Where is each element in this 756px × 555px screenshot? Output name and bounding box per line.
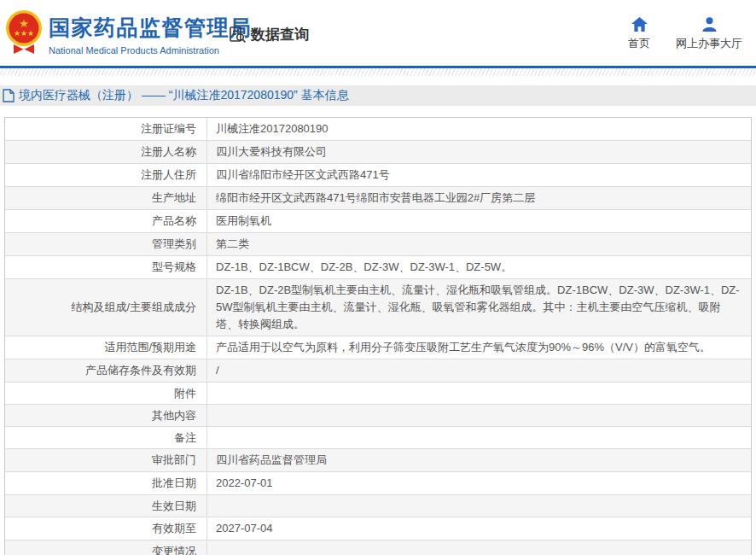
table-row: 生效日期 [5,495,751,517]
table-row: 注册证编号川械注准20172080190 [5,118,751,141]
row-value: 2022-07-01 [207,472,751,494]
nav-online-hall-label: 网上办事大厅 [676,36,742,51]
site-title-block: 国家药品监督管理局 National Medical Products Admi… [49,14,253,56]
breadcrumb-text: 境内医疗器械（注册） —— “川械注准20172080190” 基本信息 [19,88,349,103]
table-row: 产品名称医用制氧机 [5,210,751,233]
row-value: / [207,359,751,382]
svg-text:★★★: ★★★ [14,29,34,38]
table-row: 批准日期2022-07-01 [5,472,751,495]
table-row: 其他内容 [5,405,751,427]
hatch-strip [0,68,756,76]
row-value [207,495,751,517]
registration-info-table: 注册证编号川械注准20172080190注册人名称四川大爱科技有限公司注册人住所… [4,117,752,555]
row-value: 第二类 [207,233,751,255]
table-row: 变更情况 [5,540,751,555]
row-label: 审批部门 [5,449,207,471]
spacer [0,76,756,85]
row-value: 川械注准20172080190 [207,118,751,140]
table-row: 附件 [5,383,751,405]
document-search-icon [229,26,247,44]
row-value: 四川大爱科技有限公司 [207,141,751,163]
row-label: 适用范围/预期用途 [5,336,207,359]
table-row: 结构及组成/主要组成成分DZ-1B、DZ-2B型制氧机主要由主机、流量计、湿化瓶… [5,279,751,336]
nav-home-label: 首页 [628,36,650,51]
table-row: 管理类别第二类 [5,233,751,256]
row-label: 结构及组成/主要组成成分 [5,279,207,336]
row-value: DZ-1B、DZ-1BCW、DZ-2B、DZ-3W、DZ-3W-1、DZ-5W。 [207,256,751,278]
row-value [207,540,751,555]
row-label: 产品名称 [5,210,207,232]
svg-text:★: ★ [19,17,29,30]
data-query-tab[interactable]: 数据查询 [229,25,309,44]
row-label: 型号规格 [5,256,207,278]
table-row: 生产地址绵阳市经开区文武西路471号绵阳市安普电器工业园2#厂房第二层 [5,187,751,210]
row-label: 批准日期 [5,472,207,494]
row-label: 产品储存条件及有效期 [5,359,207,382]
table-row: 产品储存条件及有效期/ [5,359,751,383]
row-value: DZ-1B、DZ-2B型制氧机主要由主机、流量计、湿化瓶和吸氧管组成。DZ-1B… [207,279,751,336]
national-emblem-logo: ★ ★★★ [5,9,43,54]
home-icon [631,17,648,32]
row-value [207,427,751,448]
row-label: 变更情况 [5,540,207,555]
row-label: 注册证编号 [5,118,207,140]
row-label: 附件 [5,383,207,404]
row-label: 注册人住所 [5,164,207,186]
row-label: 注册人名称 [5,141,207,163]
table-row: 备注 [5,427,751,449]
row-value [207,383,751,404]
row-value: 2027-07-04 [207,517,751,540]
site-title: 国家药品监督管理局 [49,14,253,42]
row-value: 绵阳市经开区文武西路471号绵阳市安普电器工业园2#厂房第二层 [207,187,751,209]
breadcrumb: 境内医疗器械（注册） —— “川械注准20172080190” 基本信息 [0,85,756,106]
row-value [207,405,751,426]
page-header: ★ ★★★ 国家药品监督管理局 National Medical Product… [0,0,756,66]
row-label: 备注 [5,427,207,448]
row-value: 四川省绵阳市经开区文武西路471号 [207,164,751,186]
row-value: 产品适用于以空气为原料，利用分子筛变压吸附工艺生产氧气浓度为90%～96%（V/… [207,336,751,359]
row-value: 医用制氧机 [207,210,751,232]
table-row: 型号规格DZ-1B、DZ-1BCW、DZ-2B、DZ-3W、DZ-3W-1、DZ… [5,256,751,279]
table-row: 注册人名称四川大爱科技有限公司 [5,141,751,164]
row-label: 生效日期 [5,495,207,517]
table-row: 有效期至2027-07-04 [5,517,751,540]
row-label: 生产地址 [5,187,207,209]
nav-home[interactable]: 首页 [628,17,650,51]
table-row: 注册人住所四川省绵阳市经开区文武西路471号 [5,164,751,187]
page-icon [3,89,15,102]
data-query-label: 数据查询 [251,25,309,44]
table-row: 适用范围/预期用途产品适用于以空气为原料，利用分子筛变压吸附工艺生产氧气浓度为9… [5,336,751,359]
table-row: 审批部门四川省药品监督管理局 [5,449,751,472]
site-subtitle: National Medical Products Administration [49,45,253,56]
row-label: 管理类别 [5,233,207,255]
row-label: 有效期至 [5,517,207,540]
row-value: 四川省药品监督管理局 [207,449,751,471]
person-icon [701,17,718,32]
row-label: 其他内容 [5,405,207,426]
top-nav: 首页 网上办事大厅 [628,17,742,51]
nav-online-hall[interactable]: 网上办事大厅 [676,17,742,51]
